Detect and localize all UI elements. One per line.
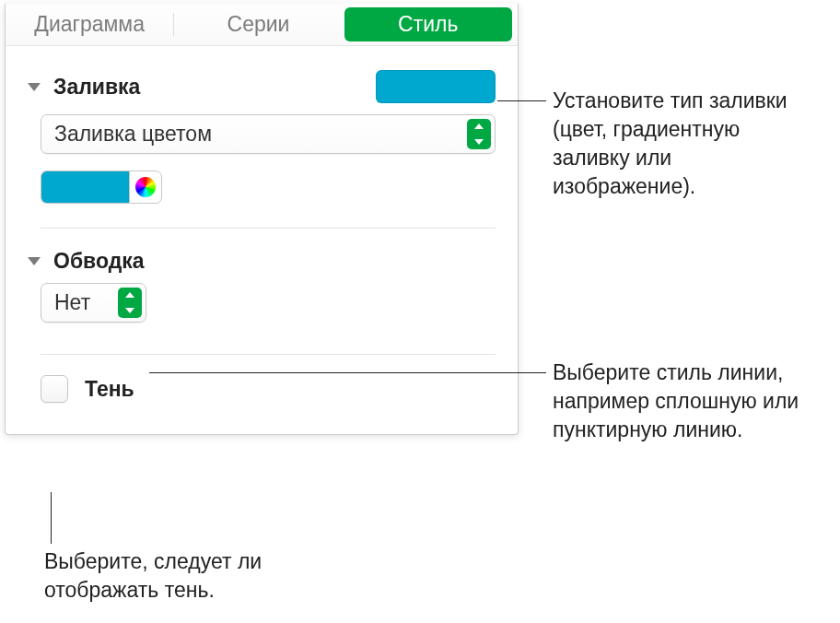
chevron-down-icon xyxy=(28,83,41,91)
callout-leader xyxy=(51,492,52,544)
fill-type-popup[interactable]: Заливка цветом xyxy=(41,114,496,154)
chevron-down-icon xyxy=(28,257,41,265)
stroke-section: Обводка Нет xyxy=(6,232,518,334)
callout-fill: Установите тип заливки (цвет, градиентну… xyxy=(553,87,820,201)
stroke-section-title: Обводка xyxy=(53,249,496,274)
callout-leader xyxy=(497,100,546,101)
fill-section: Заливка Заливка цветом xyxy=(6,46,518,218)
fill-section-title: Заливка xyxy=(53,75,376,100)
tab-style[interactable]: Стиль xyxy=(344,7,512,41)
color-wheel-button[interactable] xyxy=(129,170,162,204)
color-wheel-icon xyxy=(135,177,156,197)
callout-stroke: Выберите стиль линии, например сплошную … xyxy=(553,359,820,444)
tab-chart[interactable]: Диаграмма xyxy=(6,4,173,45)
shadow-label: Тень xyxy=(85,377,134,402)
tab-series[interactable]: Серии xyxy=(174,4,342,45)
fill-section-header[interactable]: Заливка xyxy=(28,50,496,114)
callout-leader xyxy=(149,372,546,373)
fill-color-row xyxy=(41,170,496,204)
shadow-section: Тень xyxy=(6,359,518,434)
fill-preview-swatch[interactable] xyxy=(376,70,496,103)
style-inspector-panel: Диаграмма Серии Стиль Заливка Заливка цв… xyxy=(5,4,519,435)
stroke-style-value: Нет xyxy=(54,290,90,315)
fill-type-value: Заливка цветом xyxy=(54,122,212,147)
stroke-section-header[interactable]: Обводка xyxy=(28,236,496,283)
popup-stepper-icon xyxy=(118,288,142,318)
callout-shadow: Выберите, следует ли отображать тень. xyxy=(44,547,311,605)
popup-stepper-icon xyxy=(467,119,491,149)
shadow-row: Тень xyxy=(28,362,496,423)
divider xyxy=(41,354,496,355)
stroke-style-popup[interactable]: Нет xyxy=(41,283,146,323)
shadow-checkbox[interactable] xyxy=(41,375,68,403)
fill-color-well[interactable] xyxy=(41,170,129,204)
divider xyxy=(41,228,496,229)
inspector-tabs: Диаграмма Серии Стиль xyxy=(6,4,518,46)
